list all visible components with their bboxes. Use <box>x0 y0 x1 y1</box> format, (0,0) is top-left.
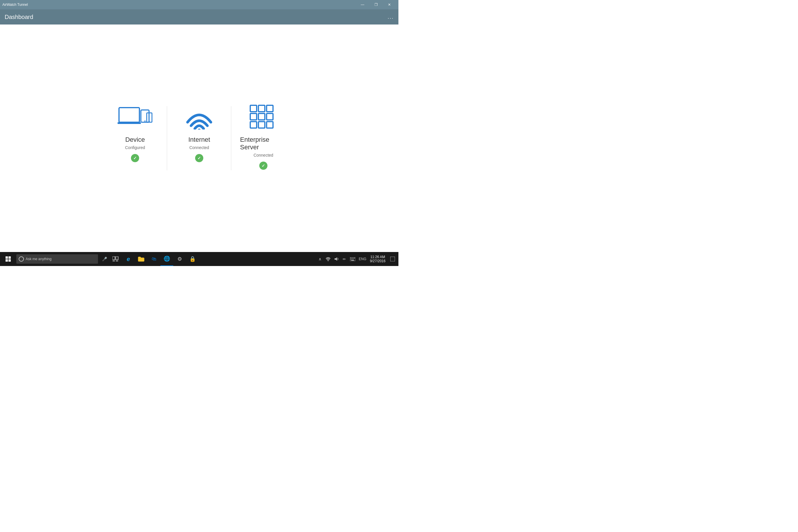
svg-rect-28 <box>352 258 353 259</box>
svg-rect-13 <box>250 121 256 128</box>
enterprise-server-card: Enterprise Server Connected <box>231 98 296 178</box>
search-placeholder: Ask me anything <box>26 257 52 261</box>
notification-button[interactable] <box>388 252 397 266</box>
network-icon[interactable] <box>324 252 332 266</box>
language-indicator[interactable]: ENG <box>358 252 367 266</box>
svg-rect-32 <box>352 259 353 260</box>
svg-rect-11 <box>259 113 265 120</box>
svg-rect-9 <box>267 105 273 112</box>
svg-rect-17 <box>8 256 11 259</box>
enterprise-server-card-title: Enterprise Server <box>240 136 287 151</box>
taskbar-right: ∧ ✏ <box>315 252 397 266</box>
internet-card: Internet Connected <box>167 98 231 178</box>
svg-rect-27 <box>350 258 352 259</box>
store-button[interactable]: 🛍 <box>148 252 160 266</box>
svg-rect-8 <box>259 105 265 112</box>
taskbar: Ask me anything 🎤 e 🛍 🌐 ⚙ <box>0 252 398 266</box>
svg-rect-16 <box>5 256 8 259</box>
svg-point-3 <box>145 120 146 121</box>
enterprise-server-status-check <box>259 162 267 170</box>
svg-rect-24 <box>138 259 144 261</box>
svg-rect-15 <box>267 121 273 128</box>
enterprise-server-card-status: Connected <box>253 153 273 157</box>
internet-explorer-button[interactable]: e <box>122 252 135 266</box>
settings-button[interactable]: ⚙ <box>173 252 186 266</box>
internet-card-status: Connected <box>189 145 209 150</box>
keyboard-icon[interactable] <box>349 252 356 266</box>
svg-point-25 <box>328 261 328 261</box>
svg-rect-7 <box>250 105 256 112</box>
svg-rect-14 <box>259 121 265 128</box>
svg-point-5 <box>149 121 150 121</box>
device-card-status: Configured <box>125 145 145 150</box>
title-bar: AirWatch Tunnel — ❐ ✕ <box>0 0 398 10</box>
window-controls: — ❐ ✕ <box>356 0 396 10</box>
search-icon <box>19 256 24 262</box>
internet-status-check <box>195 154 203 162</box>
svg-rect-30 <box>354 258 355 259</box>
menu-dots-button[interactable]: ... <box>387 14 394 20</box>
device-card: Device Configured <box>103 98 167 178</box>
device-icon <box>117 104 153 130</box>
svg-rect-29 <box>353 258 354 259</box>
svg-rect-0 <box>119 108 139 122</box>
task-view-button[interactable] <box>109 252 122 266</box>
svg-rect-12 <box>267 113 273 120</box>
status-cards: Device Configured Internet Connected <box>103 98 296 178</box>
internet-card-title: Internet <box>188 136 210 144</box>
svg-rect-35 <box>390 256 395 261</box>
file-explorer-button[interactable] <box>135 252 148 266</box>
window-title: AirWatch Tunnel <box>2 3 28 7</box>
svg-rect-31 <box>350 259 352 260</box>
enterprise-server-icon <box>246 104 281 130</box>
svg-rect-19 <box>8 259 11 262</box>
svg-rect-20 <box>113 256 115 260</box>
svg-rect-1 <box>117 122 141 124</box>
svg-rect-34 <box>351 260 354 261</box>
device-status-check <box>131 154 139 162</box>
main-content: Device Configured Internet Connected <box>0 24 398 252</box>
taskbar-left: Ask me anything 🎤 e 🛍 🌐 ⚙ <box>1 252 315 266</box>
tray-expand-button[interactable]: ∧ <box>316 252 324 266</box>
maximize-button[interactable]: ❐ <box>369 0 383 10</box>
svg-rect-21 <box>116 256 118 260</box>
close-button[interactable]: ✕ <box>383 0 396 10</box>
clock-date: 9/27/2016 <box>370 259 385 263</box>
search-bar[interactable]: Ask me anything <box>16 254 98 264</box>
vpn-app-button[interactable]: 🔒 <box>186 252 199 266</box>
svg-rect-18 <box>5 259 8 262</box>
svg-rect-33 <box>353 259 354 260</box>
app-header: Dashboard ... <box>0 10 398 24</box>
airwatch-tunnel-button[interactable]: 🌐 <box>160 252 173 266</box>
stylus-icon[interactable]: ✏ <box>341 252 348 266</box>
device-card-title: Device <box>125 136 145 144</box>
system-tray: ∧ ✏ <box>315 252 358 266</box>
clock-time: 11:26 AM <box>370 255 385 259</box>
svg-rect-10 <box>250 113 256 120</box>
clock[interactable]: 11:26 AM 9/27/2016 <box>367 252 388 266</box>
svg-rect-2 <box>141 110 149 122</box>
svg-point-6 <box>198 129 201 130</box>
minimize-button[interactable]: — <box>356 0 369 10</box>
internet-icon <box>182 104 217 130</box>
start-button[interactable] <box>1 252 15 266</box>
mic-button[interactable]: 🎤 <box>100 254 109 264</box>
page-title: Dashboard <box>5 14 33 20</box>
volume-icon[interactable] <box>332 252 340 266</box>
